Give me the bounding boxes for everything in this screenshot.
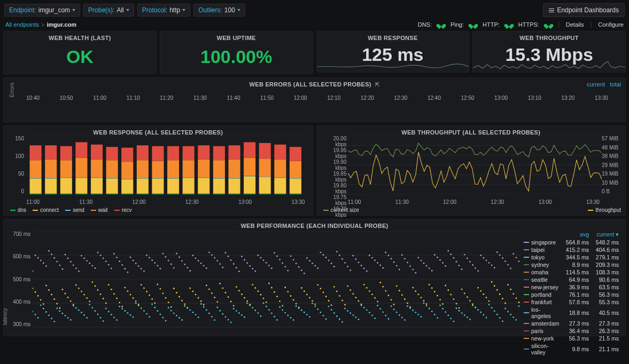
svg-rect-79: [244, 142, 255, 157]
svg-point-642: [507, 311, 509, 312]
svg-point-263: [456, 261, 457, 263]
svg-point-204: [296, 263, 297, 264]
svg-point-622: [453, 321, 455, 322]
perf-row[interactable]: seattle64.9 ms90.6 ms: [522, 276, 621, 283]
svg-point-128: [89, 263, 90, 264]
perf-row[interactable]: taipei415.2 ms404.6 ms: [522, 246, 621, 254]
svg-point-308: [89, 300, 90, 302]
perf-header-current[interactable]: current: [596, 231, 614, 238]
panel-title: WEB RESPONSE: [317, 31, 469, 42]
perf-row[interactable]: singapore564.8 ms548.2 ms: [522, 239, 621, 246]
svg-point-123: [75, 267, 77, 269]
panel-web-throughput[interactable]: WEB THROUGHPUT 15.3 Mbps: [472, 31, 626, 73]
svg-point-460: [502, 298, 503, 299]
svg-point-525: [189, 310, 191, 311]
svg-point-224: [350, 270, 351, 271]
svg-point-536: [219, 310, 221, 312]
svg-point-396: [328, 300, 330, 302]
perf-row[interactable]: frankfurt57.8 ms55.3 ms: [522, 298, 621, 306]
errors-total-link[interactable]: total: [610, 81, 621, 88]
svg-point-110: [40, 259, 42, 261]
svg-point-334: [160, 288, 161, 290]
svg-point-537: [222, 313, 223, 315]
perf-row[interactable]: sydney8.9 ms209.3 ms: [522, 261, 621, 268]
perf-row[interactable]: portland76.1 ms56.3 ms: [522, 291, 621, 298]
svg-point-324: [133, 297, 134, 299]
svg-point-614: [431, 311, 433, 312]
perf-row[interactable]: tokyo344.5 ms279.1 ms: [522, 254, 621, 261]
panel-web-response-chart[interactable]: WEB RESPONSE (ALL SELECTED PROBES) 15010…: [3, 125, 313, 216]
panel-web-throughput-chart[interactable]: WEB THROUGHPUT (ALL SELECTED PROBES) 20.…: [316, 125, 626, 216]
svg-point-118: [62, 268, 64, 270]
perf-row[interactable]: amsterdam27.3 ms27.3 ms: [522, 320, 621, 327]
details-link[interactable]: Details: [566, 21, 584, 28]
panel-web-performance[interactable]: WEB PERFORMANCE (EACH INDIVIDUAL PROBE) …: [3, 219, 626, 336]
perf-row[interactable]: los-angeles18.8 ms40.5 ms: [522, 306, 621, 320]
svg-point-591: [369, 312, 370, 313]
svg-point-601: [396, 312, 398, 313]
svg-point-359: [228, 296, 229, 298]
perf-row[interactable]: new-york56.3 ms21.5 ms: [522, 335, 621, 342]
svg-point-368: [252, 284, 253, 286]
filter-probes[interactable]: Probe(s): All: [83, 4, 134, 17]
perf-row[interactable]: paris36.4 ms26.3 ms: [522, 327, 621, 335]
summary-row: WEB HEALTH (LAST) OK WEB UPTIME 100.00% …: [0, 31, 629, 77]
svg-point-457: [494, 285, 495, 287]
svg-point-577: [331, 309, 332, 311]
panel-web-response[interactable]: WEB RESPONSE 125 ms: [316, 31, 470, 73]
svg-point-533: [211, 316, 213, 318]
perf-row[interactable]: silicon-valley9.8 ms21.1 ms: [522, 342, 621, 356]
svg-point-395: [325, 296, 327, 297]
configure-link[interactable]: Configure: [598, 21, 624, 28]
svg-rect-41: [137, 179, 149, 194]
svg-rect-46: [152, 179, 164, 194]
errors-current-link[interactable]: current: [587, 81, 605, 88]
thr-yaxis-right: 57 MiB48 MiB38 MiB29 MiB19 MiB10 MiB0 B: [602, 136, 621, 194]
endpoint-dashboards-button[interactable]: Endpoint Dashboards: [543, 3, 625, 17]
thr-legend-right: throughput: [595, 207, 621, 213]
panel-web-uptime[interactable]: WEB UPTIME 100.00%: [160, 31, 313, 74]
svg-point-240: [393, 262, 395, 263]
section-title-text: WEB ERRORS (ALL SELECTED PROBES): [250, 81, 371, 88]
svg-point-575: [325, 318, 327, 320]
svg-point-468: [35, 314, 36, 315]
perf-row[interactable]: new-jersey36.9 ms63.5 ms: [522, 283, 621, 291]
svg-point-624: [459, 310, 460, 312]
filter-endpoint[interactable]: Endpoint: imgur_com: [4, 4, 80, 17]
svg-point-290: [40, 299, 42, 300]
svg-point-142: [127, 272, 129, 273]
svg-point-317: [113, 293, 115, 295]
svg-rect-38: [121, 162, 133, 179]
filter-endpoint-value: imgur_com: [38, 6, 70, 14]
svg-point-329: [146, 291, 147, 292]
svg-point-262: [453, 257, 455, 259]
svg-point-404: [350, 289, 351, 291]
svg-point-613: [429, 308, 430, 310]
svg-point-373: [266, 302, 267, 303]
breadcrumb-parent[interactable]: All endpoints: [5, 21, 39, 28]
svg-point-174: [214, 257, 215, 259]
perf-row[interactable]: omaha114.5 ms108.3 ms: [522, 268, 621, 276]
svg-point-610: [421, 316, 422, 318]
svg-point-473: [48, 314, 50, 316]
svg-point-605: [407, 305, 408, 307]
perf-header-avg[interactable]: avg: [559, 231, 589, 238]
panel-web-errors[interactable]: WEB ERRORS (ALL SELECTED PROBES) ⇱ curre…: [3, 77, 626, 122]
svg-rect-93: [290, 161, 301, 178]
svg-point-193: [266, 262, 267, 264]
svg-point-466: [518, 302, 520, 303]
panel-web-health[interactable]: WEB HEALTH (LAST) OK: [3, 31, 157, 74]
svg-point-405: [352, 293, 354, 295]
svg-point-509: [146, 313, 147, 315]
svg-rect-39: [121, 148, 133, 162]
svg-point-559: [282, 310, 283, 311]
svg-point-113: [48, 250, 50, 252]
filter-outliers[interactable]: Outliers: 100: [193, 4, 245, 17]
filter-protocol[interactable]: Protocol: http: [137, 4, 190, 17]
svg-point-449: [472, 303, 473, 305]
svg-point-578: [333, 312, 335, 314]
svg-point-620: [447, 314, 449, 316]
svg-rect-89: [274, 145, 286, 160]
svg-point-248: [415, 272, 416, 274]
svg-rect-31: [106, 179, 118, 194]
